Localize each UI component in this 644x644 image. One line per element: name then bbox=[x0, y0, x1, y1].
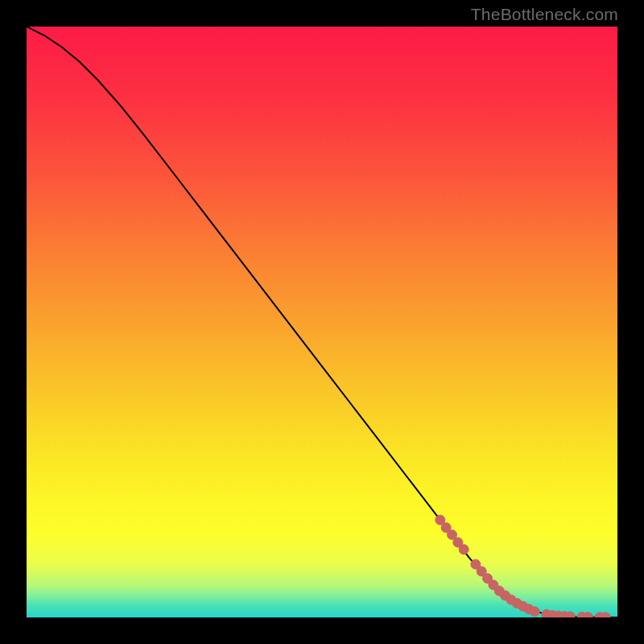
chart-markers bbox=[436, 515, 611, 617]
chart-curve bbox=[27, 27, 617, 617]
data-point bbox=[459, 545, 469, 555]
plot-area bbox=[27, 27, 617, 617]
watermark-text: TheBottleneck.com bbox=[471, 5, 618, 24]
chart-overlay bbox=[27, 27, 617, 617]
data-point bbox=[565, 612, 575, 617]
data-point bbox=[530, 607, 539, 617]
chart-frame: TheBottleneck.com bbox=[0, 0, 644, 644]
